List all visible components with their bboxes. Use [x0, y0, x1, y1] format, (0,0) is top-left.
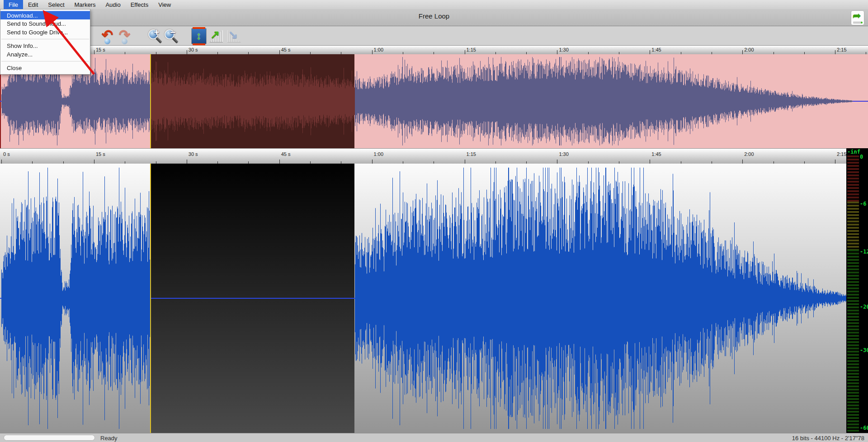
ruler-tick — [279, 160, 280, 164]
file-menu-dropdown: Download...Send to SoundCloud...Send to … — [0, 9, 90, 75]
zoom-to-selection-icon[interactable]: ↗ — [209, 28, 224, 44]
file-menu-item-close[interactable]: Close — [0, 64, 90, 72]
ruler-label: 1:45 — [651, 151, 661, 157]
meter-scale-label: -6 — [860, 201, 868, 207]
menu-view[interactable]: View — [153, 0, 176, 9]
page-title: Free Loop — [0, 12, 868, 20]
menu-audio[interactable]: Audio — [100, 0, 125, 9]
ruler-label: 30 s — [189, 47, 198, 52]
meter-led-zone — [847, 249, 859, 432]
undo-icon[interactable]: ↶ — [102, 28, 116, 44]
menu-file[interactable]: File — [4, 0, 23, 9]
redo-icon: ↷ — [119, 28, 133, 44]
ruler-tick — [742, 160, 743, 164]
ruler-tick — [187, 160, 187, 164]
ruler-label: 1:00 — [374, 151, 383, 157]
ruler-label: 1:15 — [467, 151, 476, 157]
ruler-label: 1:00 — [374, 47, 383, 52]
ruler-label: 1:45 — [651, 47, 661, 52]
file-menu-item-send-to-soundcloud[interactable]: Send to SoundCloud... — [0, 19, 90, 28]
ruler-tick — [187, 50, 187, 54]
ruler-tick — [465, 160, 465, 164]
menu-separator — [1, 61, 89, 61]
zoom-in-icon[interactable]: + — [148, 28, 162, 44]
ruler-tick — [650, 160, 650, 164]
meter-scale-label: -60 — [860, 425, 868, 431]
menu-effects[interactable]: Effects — [126, 0, 154, 9]
ruler-tick — [372, 50, 373, 54]
ruler-label: 2:00 — [744, 47, 754, 52]
status-bar: Ready 16 bits - 44100 Hz - 2'17"78 — [0, 433, 868, 442]
meter-scale-label: -20 — [860, 304, 868, 310]
ruler-label: 2:15 — [837, 151, 846, 157]
ruler-label: 1:30 — [559, 47, 568, 52]
ruler-label: 1:30 — [559, 151, 568, 157]
menu-bar: FileEditSelectMarkersAudioEffectsView — [0, 0, 868, 9]
ruler-label: 45 s — [281, 151, 291, 157]
file-menu-item-download[interactable]: Download... — [0, 11, 90, 19]
ruler-tick — [835, 160, 835, 164]
ruler-label: 15 s — [96, 47, 105, 52]
file-menu-item-show-info[interactable]: Show Info... — [0, 42, 90, 50]
ruler-label: 1:15 — [467, 47, 476, 52]
meter-scale-label: -inf — [847, 149, 861, 155]
ruler-tick — [94, 50, 94, 54]
horizontal-scrollbar[interactable] — [4, 435, 95, 441]
meter-led-zone — [847, 202, 859, 249]
ruler-label: 2:00 — [744, 151, 754, 157]
file-menu-item-send-to-google-drive[interactable]: Send to Google Drive... — [0, 28, 90, 37]
audio-format-info: 16 bits - 44100 Hz - 2'17"78 — [792, 435, 864, 442]
ruler-tick — [557, 160, 557, 164]
main-ruler[interactable]: 0 s15 s30 s45 s1:001:151:301:452:002:15 — [0, 148, 846, 164]
menu-select[interactable]: Select — [43, 0, 69, 9]
ruler-tick — [279, 50, 280, 54]
zoom-out-icon[interactable]: − — [164, 28, 179, 44]
export-arrow-icon: ➦ — [853, 10, 861, 22]
ruler-tick — [835, 50, 835, 54]
ruler-tick — [465, 50, 465, 54]
ruler-label: 15 s — [96, 151, 105, 157]
file-menu-item-analyze[interactable]: Analyze... — [0, 50, 90, 59]
menu-markers[interactable]: Markers — [70, 0, 101, 9]
ruler-tick — [1, 160, 2, 164]
ruler-label: 2:15 — [837, 47, 846, 52]
title-bar: Free Loop ➦ — [0, 9, 868, 26]
meter-scale-label: -30 — [860, 347, 868, 353]
meter-led-zone — [847, 155, 859, 202]
ruler-label: 45 s — [281, 47, 291, 52]
main-waveform[interactable] — [0, 164, 846, 433]
export-icon[interactable]: ➦ — [851, 10, 864, 25]
zoom-out-full-icon: ↘ — [227, 28, 242, 44]
overview-waveform[interactable] — [0, 54, 868, 148]
fit-vertical-icon[interactable]: ↕ — [191, 28, 207, 44]
toolbar: +0 dB 00'24"140 ! ↶↷+−↕↗↘ — [0, 27, 868, 45]
overview-ruler[interactable]: 0 s15 s30 s45 s1:001:151:301:452:002:15 — [0, 45, 868, 54]
ruler-tick — [372, 160, 373, 164]
ruler-tick — [742, 50, 743, 54]
ruler-tick — [557, 50, 557, 54]
meter-scale-label: 0 — [860, 154, 868, 160]
menu-separator — [1, 39, 89, 39]
meter-scale-label: -12 — [860, 249, 868, 255]
ruler-label: 30 s — [189, 151, 198, 157]
ruler-tick — [94, 160, 94, 164]
menu-edit[interactable]: Edit — [23, 0, 43, 9]
status-ready-text: Ready — [100, 435, 118, 442]
ruler-tick — [650, 50, 650, 54]
ruler-label: 0 s — [3, 151, 10, 157]
level-meter: -inf0-6-12-20-30-60 — [846, 148, 868, 433]
